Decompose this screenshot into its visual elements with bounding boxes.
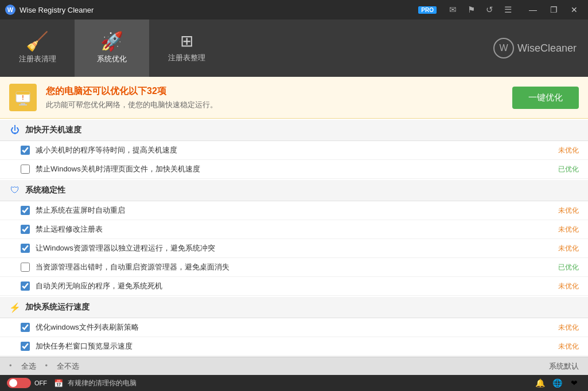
item4-text: 禁止远程修改注册表 xyxy=(36,224,555,234)
system-default-link[interactable]: 系统默认 xyxy=(549,361,579,372)
status-bar: OFF 📅 有规律的清理你的电脑 🔔 🌐 ❤ xyxy=(0,375,588,391)
one-click-optimize-button[interactable]: 一键优化 xyxy=(512,87,579,109)
flag-icon[interactable]: ⚑ xyxy=(464,3,478,17)
item8-text: 优化windows文件列表刷新策略 xyxy=(36,322,555,333)
section-system-speed-title: 加快系统运行速度 xyxy=(25,302,89,312)
list-item: 优化windows文件列表刷新策略 未优化 xyxy=(0,318,588,337)
item1-text: 减小关机时的程序等待时间，提高关机速度 xyxy=(36,145,555,155)
menu-icon[interactable]: ☰ xyxy=(501,3,515,17)
pro-badge: PRO xyxy=(418,6,437,14)
item8-checkbox[interactable] xyxy=(21,323,30,332)
item9-text: 加快任务栏窗口预览显示速度 xyxy=(36,341,555,351)
list-item: 加快任务栏窗口预览显示速度 未优化 xyxy=(0,337,588,356)
item1-checkbox[interactable] xyxy=(21,146,30,155)
item9-checkbox[interactable] xyxy=(21,342,30,351)
item7-checkbox[interactable] xyxy=(21,281,30,291)
section-system-stability-title: 系统稳定性 xyxy=(25,185,65,196)
deselect-all-link[interactable]: 全不选 xyxy=(57,361,79,372)
schedule-toggle[interactable] xyxy=(7,378,31,388)
item2-status: 已优化 xyxy=(558,165,579,174)
mail-icon[interactable]: ✉ xyxy=(446,3,460,17)
tab-registry-restore[interactable]: ⊞ 注册表整理 xyxy=(149,19,224,77)
close-button[interactable]: ✕ xyxy=(565,3,583,17)
tab-system-optimize[interactable]: 🚀 系统优化 xyxy=(75,19,149,77)
system-optimize-icon: 🚀 xyxy=(100,32,123,50)
item7-text: 自动关闭无响应的程序，避免系统死机 xyxy=(36,281,555,291)
registry-restore-icon: ⊞ xyxy=(180,33,193,49)
item7-status: 未优化 xyxy=(558,281,579,291)
tab-bar: 🧹 注册表清理 🚀 系统优化 ⊞ 注册表整理 W WiseCleaner xyxy=(0,19,588,77)
power-icon: ⏻ xyxy=(9,124,21,136)
speed-icon: ⚡ xyxy=(9,302,21,313)
item6-checkbox[interactable] xyxy=(21,263,30,272)
section-system-stability-header: 🛡 系统稳定性 xyxy=(0,180,588,201)
banner: ! 您的电脑还可以优化以下32项 此功能可帮您优化网络，使您的电脑快速稳定运行。… xyxy=(0,77,588,119)
item6-status: 已优化 xyxy=(558,263,579,272)
toggle-label: OFF xyxy=(34,380,47,386)
item9-status: 未优化 xyxy=(558,342,579,351)
item5-status: 未优化 xyxy=(558,244,579,253)
svg-text:!: ! xyxy=(22,95,24,101)
svg-rect-5 xyxy=(19,104,27,105)
banner-description: 此功能可帮您优化网络，使您的电脑快速稳定运行。 xyxy=(46,100,512,110)
heart-icon[interactable]: ❤ xyxy=(567,377,581,389)
maximize-button[interactable]: ❐ xyxy=(544,3,563,17)
item2-text: 禁止Windows关机时清理页面文件，加快关机速度 xyxy=(36,164,555,174)
window-controls: — ❐ ✕ xyxy=(524,3,583,17)
bottom-left: • 全选 • 全不选 xyxy=(9,361,549,372)
item5-text: 让Windows资源管理器以独立进程运行，避免系统冲突 xyxy=(36,243,555,253)
app-title: Wise Registry Cleaner xyxy=(20,6,416,14)
globe-icon[interactable]: 🌐 xyxy=(550,377,564,389)
item2-checkbox[interactable] xyxy=(21,165,30,174)
minimize-button[interactable]: — xyxy=(524,3,542,17)
svg-text:W: W xyxy=(7,6,14,13)
toggle-knob xyxy=(9,379,17,387)
list-item: 当资源管理器出错时，自动重启资源管理器，避免桌面消失 已优化 xyxy=(0,258,588,277)
item6-text: 当资源管理器出错时，自动重启资源管理器，避免桌面消失 xyxy=(36,262,555,272)
refresh-icon[interactable]: ↺ xyxy=(482,3,496,17)
bottom-bar: • 全选 • 全不选 系统默认 xyxy=(0,357,588,375)
item5-checkbox[interactable] xyxy=(21,244,30,253)
list-item: 禁止Windows关机时清理页面文件，加快关机速度 已优化 xyxy=(0,160,588,179)
list-item: 禁止远程修改注册表 未优化 xyxy=(0,220,588,239)
wise-cleaner-brand: W WiseCleaner xyxy=(493,38,577,58)
item1-status: 未优化 xyxy=(558,146,579,155)
notification-icon[interactable]: 🔔 xyxy=(533,377,547,389)
calendar-icon: 📅 xyxy=(54,379,63,388)
list-item: 禁止系统在蓝屏时自动重启 未优化 xyxy=(0,201,588,220)
select-all-link[interactable]: 全选 xyxy=(21,361,36,372)
tab-registry-clean[interactable]: 🧹 注册表清理 xyxy=(0,19,75,77)
tab-registry-clean-label: 注册表清理 xyxy=(19,54,56,64)
list-item: 让Windows资源管理器以独立进程运行，避免系统冲突 未优化 xyxy=(0,239,588,258)
list-item: 自动关闭无响应的程序，避免系统死机 未优化 xyxy=(0,277,588,296)
banner-title: 您的电脑还可以优化以下32项 xyxy=(46,85,512,97)
brand-logo: W xyxy=(493,38,514,58)
tab-system-optimize-label: 系统优化 xyxy=(97,54,127,64)
main-content: ⏻ 加快开关机速度 减小关机时的程序等待时间，提高关机速度 未优化 禁止Wind… xyxy=(0,119,588,357)
shield-icon: 🛡 xyxy=(9,185,21,196)
status-schedule-text: 有规律的清理你的电脑 xyxy=(68,378,533,388)
item8-status: 未优化 xyxy=(558,323,579,333)
item3-status: 未优化 xyxy=(558,206,579,216)
section-startup-speed-title: 加快开关机速度 xyxy=(25,125,81,135)
item3-checkbox[interactable] xyxy=(21,206,30,215)
title-bar: W Wise Registry Cleaner PRO ✉ ⚑ ↺ ☰ — ❐ … xyxy=(0,0,588,19)
registry-clean-icon: 🧹 xyxy=(26,32,49,50)
item4-status: 未优化 xyxy=(558,225,579,234)
section-startup-speed-header: ⏻ 加快开关机速度 xyxy=(0,120,588,141)
item4-checkbox[interactable] xyxy=(21,225,30,234)
list-item: 减小关机时的程序等待时间，提高关机速度 未优化 xyxy=(0,141,588,160)
brand-name: WiseCleaner xyxy=(517,42,577,54)
app-logo: W xyxy=(5,4,16,15)
status-icons: 🔔 🌐 ❤ xyxy=(533,377,581,389)
tab-registry-restore-label: 注册表整理 xyxy=(168,53,205,63)
item3-text: 禁止系统在蓝屏时自动重启 xyxy=(36,205,555,216)
banner-icon: ! xyxy=(9,84,37,111)
banner-text: 您的电脑还可以优化以下32项 此功能可帮您优化网络，使您的电脑快速稳定运行。 xyxy=(46,85,512,110)
section-system-speed-header: ⚡ 加快系统运行速度 xyxy=(0,297,588,318)
brand-area: W WiseCleaner xyxy=(224,19,588,77)
